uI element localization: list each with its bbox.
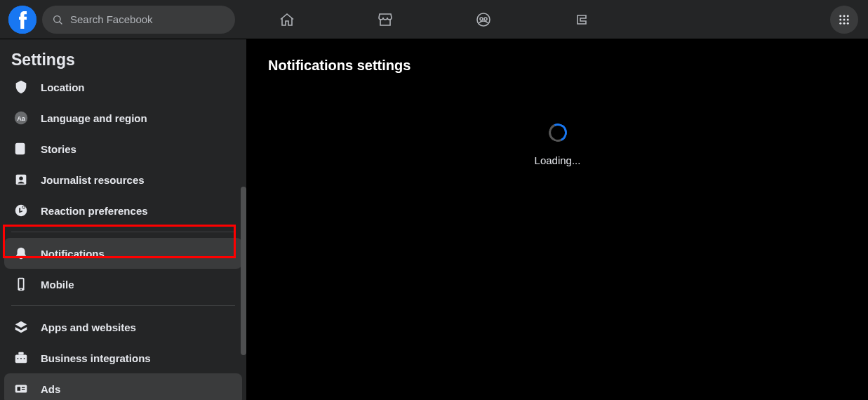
sidebar-scrollbar[interactable] (241, 187, 246, 355)
svg-point-12 (839, 22, 841, 25)
facebook-logo[interactable] (8, 6, 36, 34)
home-icon (279, 11, 295, 28)
loading-text: Loading... (535, 154, 581, 166)
svg-point-18 (19, 176, 23, 180)
apps-icon (11, 319, 31, 335)
journalist-icon (11, 172, 31, 187)
svg-point-19 (15, 205, 27, 217)
sidebar-divider (11, 305, 235, 306)
nav-marketplace[interactable] (364, 6, 406, 34)
sidebar-item-journalist[interactable]: Journalist resources (4, 164, 242, 195)
sidebar-item-apps[interactable]: Apps and websites (4, 312, 242, 342)
search-placeholder-text: Search Facebook (70, 13, 153, 25)
stories-icon (11, 141, 31, 156)
svg-point-28 (24, 358, 25, 359)
gaming-icon (573, 11, 590, 28)
sidebar-item-label: Journalist resources (41, 174, 145, 186)
svg-point-13 (843, 22, 846, 25)
sidebar-item-label: Apps and websites (41, 321, 136, 333)
sidebar-item-stories[interactable]: Stories (4, 133, 242, 164)
svg-point-11 (847, 19, 849, 21)
sidebar-list: Location Aa Language and region Stories (0, 72, 246, 400)
svg-point-7 (843, 15, 846, 17)
location-icon (11, 79, 31, 95)
svg-point-27 (20, 358, 22, 359)
svg-rect-25 (18, 352, 23, 355)
svg-point-8 (847, 15, 849, 17)
nav-gaming[interactable] (561, 6, 603, 34)
sidebar-item-mobile[interactable]: Mobile (4, 269, 242, 300)
svg-line-2 (60, 22, 62, 24)
mobile-icon (11, 276, 31, 292)
svg-rect-30 (18, 387, 21, 391)
svg-point-10 (843, 19, 846, 21)
reaction-icon (11, 203, 31, 218)
language-icon: Aa (11, 110, 31, 126)
sidebar-item-label: Business integrations (41, 352, 151, 364)
menu-grid-icon (838, 13, 850, 26)
marketplace-icon (377, 11, 394, 28)
ads-icon (11, 381, 31, 396)
svg-rect-29 (15, 385, 27, 393)
svg-point-3 (477, 13, 490, 26)
svg-point-5 (484, 18, 487, 20)
svg-point-26 (18, 358, 19, 359)
sidebar-item-label: Stories (41, 143, 76, 155)
svg-point-20 (22, 206, 25, 209)
sidebar-item-ads[interactable]: Ads (4, 373, 242, 400)
sidebar-item-label: Location (41, 81, 85, 93)
sidebar-item-label: Reaction preferences (41, 205, 148, 217)
page-title: Notifications settings (247, 39, 868, 74)
sidebar-item-location[interactable]: Location (4, 72, 242, 102)
sidebar-item-language[interactable]: Aa Language and region (4, 102, 242, 133)
sidebar-scroll-area[interactable]: Location Aa Language and region Stories (0, 72, 246, 400)
sidebar-item-label: Ads (41, 383, 60, 395)
sidebar-divider (11, 232, 235, 232)
sidebar-item-label: Notifications (41, 248, 105, 260)
notifications-icon (11, 246, 31, 261)
svg-point-14 (847, 22, 849, 25)
sidebar-item-label: Mobile (41, 279, 74, 291)
search-input[interactable]: Search Facebook (42, 6, 235, 34)
svg-point-6 (839, 15, 841, 17)
nav-home[interactable] (266, 6, 308, 34)
main-content: Notifications settings Loading... (247, 39, 868, 400)
nav-groups[interactable] (462, 6, 505, 34)
groups-icon (475, 11, 492, 28)
svg-point-23 (20, 288, 22, 290)
settings-sidebar: Settings Location Aa Language and region (0, 39, 247, 400)
top-header: Search Facebook (0, 0, 868, 39)
menu-button[interactable] (830, 6, 858, 34)
page-body: Settings Location Aa Language and region (0, 39, 868, 400)
sidebar-item-business[interactable]: Business integrations (4, 342, 242, 373)
sidebar-item-label: Language and region (41, 112, 147, 124)
svg-point-4 (480, 18, 483, 20)
sidebar-item-reactions[interactable]: Reaction preferences (4, 195, 242, 226)
svg-text:Aa: Aa (17, 115, 26, 122)
svg-point-9 (839, 19, 841, 21)
search-icon (52, 14, 63, 25)
sidebar-item-notifications[interactable]: Notifications (4, 238, 242, 269)
spinner-icon (546, 121, 569, 144)
loading-indicator: Loading... (247, 124, 868, 166)
business-icon (11, 350, 31, 366)
svg-rect-22 (19, 279, 23, 288)
